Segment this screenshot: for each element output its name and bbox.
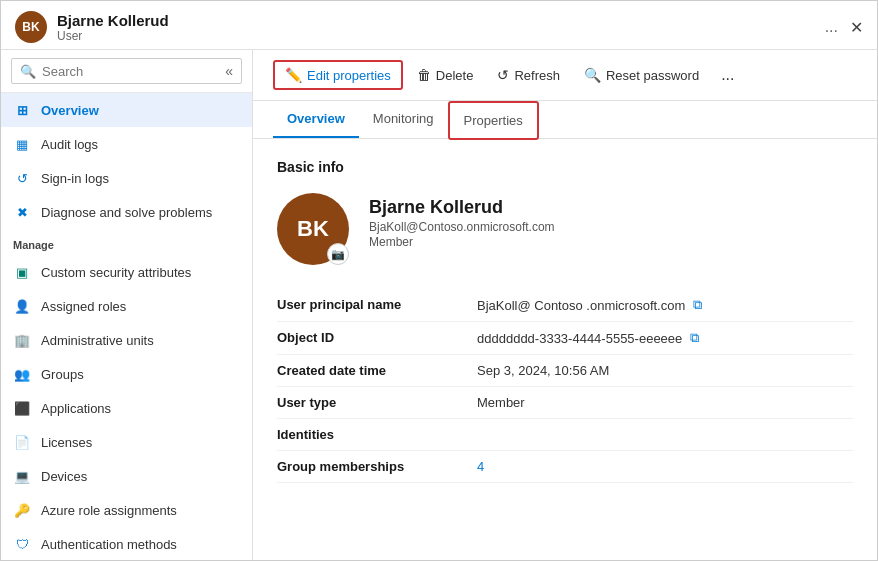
basic-info-title: Basic info [277,159,853,175]
sidebar-item-assigned-roles[interactable]: 👤 Assigned roles [1,289,252,323]
main-container: BK Bjarne Kollerud User ... ✕ 🔍 « ⊞ Over… [0,0,878,561]
profile-info: Bjarne Kollerud BjaKoll@Contoso.onmicros… [369,193,555,249]
sidebar-search-area: 🔍 « [1,50,252,93]
sidebar-item-groups[interactable]: 👥 Groups [1,357,252,391]
objectid-label: Object ID [277,330,477,346]
content-body: Basic info BK 📷 Bjarne Kollerud BjaKoll@… [253,139,877,503]
objectid-value: dddddddd-3333-4444-5555-eeeeee ⧉ [477,330,853,346]
collapse-button[interactable]: « [225,63,233,79]
profile-name: Bjarne Kollerud [369,197,555,218]
licenses-icon: 📄 [13,433,31,451]
upn-value: BjaKoll@ Contoso .onmicrosoft.com ⧉ [477,297,853,313]
panel-header: BK Bjarne Kollerud User ... ✕ [1,1,877,50]
toolbar-more-button[interactable]: ... [713,61,742,89]
groups-icon: 👥 [13,365,31,383]
edit-icon: ✏️ [285,67,302,83]
header-avatar: BK [15,11,47,43]
table-row: Created date time Sep 3, 2024, 10:56 AM [277,355,853,387]
upn-label: User principal name [277,297,477,313]
reset-password-button[interactable]: 🔍 Reset password [574,62,709,88]
tab-overview[interactable]: Overview [273,101,359,138]
manage-section-label: Manage [1,229,252,255]
assigned-roles-icon: 👤 [13,297,31,315]
profile-section: BK 📷 Bjarne Kollerud BjaKoll@Contoso.onm… [277,193,853,265]
sidebar: 🔍 « ⊞ Overview ▦ Audit logs ↺ Sign-in lo… [1,50,253,560]
details-table: User principal name BjaKoll@ Contoso .on… [277,289,853,483]
devices-icon: 💻 [13,467,31,485]
sidebar-item-applications[interactable]: ⬛ Applications [1,391,252,425]
group-memberships-value: 4 [477,459,853,474]
edit-properties-button[interactable]: ✏️ Edit properties [273,60,403,90]
table-row: User principal name BjaKoll@ Contoso .on… [277,289,853,322]
objectid-copy-button[interactable]: ⧉ [690,330,699,346]
header-info: Bjarne Kollerud User [57,12,813,43]
sidebar-item-licenses[interactable]: 📄 Licenses [1,425,252,459]
sidebar-item-azure-roles[interactable]: 🔑 Azure role assignments [1,493,252,527]
usertype-value: Member [477,395,853,410]
auth-methods-icon: 🛡 [13,535,31,553]
group-count-link[interactable]: 4 [477,459,484,474]
delete-icon: 🗑 [417,67,431,83]
sidebar-item-admin-units[interactable]: 🏢 Administrative units [1,323,252,357]
created-value: Sep 3, 2024, 10:56 AM [477,363,853,378]
profile-avatar: BK 📷 [277,193,349,265]
group-memberships-label: Group memberships [277,459,477,474]
azure-roles-icon: 🔑 [13,501,31,519]
close-button[interactable]: ✕ [850,18,863,37]
sidebar-item-custom-security[interactable]: ▣ Custom security attributes [1,255,252,289]
refresh-icon: ↺ [497,67,509,83]
overview-icon: ⊞ [13,101,31,119]
refresh-button[interactable]: ↺ Refresh [487,62,570,88]
main-layout: 🔍 « ⊞ Overview ▦ Audit logs ↺ Sign-in lo… [1,50,877,560]
applications-icon: ⬛ [13,399,31,417]
delete-button[interactable]: 🗑 Delete [407,62,484,88]
header-more-button[interactable]: ... [825,18,838,36]
tab-bar: Overview Monitoring Properties [253,101,877,139]
search-input[interactable] [42,64,221,79]
table-row: Group memberships 4 [277,451,853,483]
sidebar-item-signin-logs[interactable]: ↺ Sign-in logs [1,161,252,195]
audit-logs-icon: ▦ [13,135,31,153]
toolbar: ✏️ Edit properties 🗑 Delete ↺ Refresh 🔍 … [253,50,877,101]
content-panel: ✏️ Edit properties 🗑 Delete ↺ Refresh 🔍 … [253,50,877,560]
identities-label: Identities [277,427,477,442]
created-label: Created date time [277,363,477,378]
search-icon: 🔍 [20,64,36,79]
header-role: User [57,29,813,43]
header-name: Bjarne Kollerud [57,12,813,29]
custom-security-icon: ▣ [13,263,31,281]
profile-member-type: Member [369,235,555,249]
table-row: Object ID dddddddd-3333-4444-5555-eeeeee… [277,322,853,355]
search-box: 🔍 « [11,58,242,84]
signin-logs-icon: ↺ [13,169,31,187]
identities-value [477,427,853,442]
tab-monitoring[interactable]: Monitoring [359,101,448,138]
avatar-camera-button[interactable]: 📷 [327,243,349,265]
tab-properties[interactable]: Properties [448,101,539,140]
sidebar-item-diagnose[interactable]: ✖ Diagnose and solve problems [1,195,252,229]
diagnose-icon: ✖ [13,203,31,221]
usertype-label: User type [277,395,477,410]
table-row: Identities [277,419,853,451]
sidebar-item-overview[interactable]: ⊞ Overview [1,93,252,127]
sidebar-item-auth-methods[interactable]: 🛡 Authentication methods [1,527,252,560]
reset-password-icon: 🔍 [584,67,601,83]
profile-email: BjaKoll@Contoso.onmicrosoft.com [369,220,555,234]
upn-copy-button[interactable]: ⧉ [693,297,702,313]
sidebar-item-audit-logs[interactable]: ▦ Audit logs [1,127,252,161]
table-row: User type Member [277,387,853,419]
sidebar-item-devices[interactable]: 💻 Devices [1,459,252,493]
admin-units-icon: 🏢 [13,331,31,349]
